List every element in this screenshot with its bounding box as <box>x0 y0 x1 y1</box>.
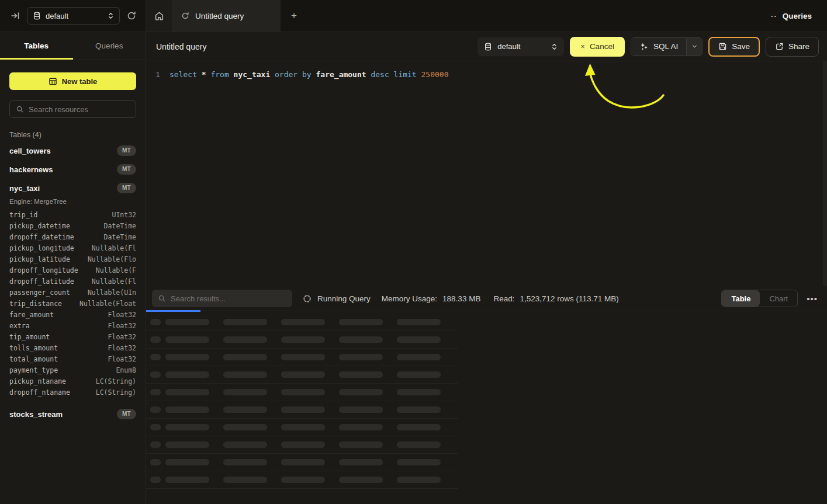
loading-cell <box>165 477 209 483</box>
query-progress-bar <box>146 310 200 312</box>
queries-shortcut[interactable]: ·· Queries <box>771 0 812 32</box>
column-type: Nullable(Fl <box>92 244 136 252</box>
loading-cell <box>397 336 441 343</box>
sql-token: order <box>275 70 297 79</box>
view-toggle-chart[interactable]: Chart <box>760 290 797 307</box>
refresh-icon[interactable] <box>127 11 136 20</box>
tables-section-label: Tables (4) <box>9 131 136 139</box>
view-toggle-table[interactable]: Table <box>722 290 760 307</box>
loading-row <box>146 454 458 471</box>
loading-cell <box>223 371 267 378</box>
sql-ai-label: SQL AI <box>653 42 678 51</box>
sql-token <box>417 70 421 79</box>
chevron-up-down-icon <box>551 43 558 51</box>
engine-label: Engine: MergeTree <box>0 197 146 209</box>
engine-badge: MT <box>117 409 136 419</box>
query-actions: default × Cancel SQL AI <box>477 37 819 57</box>
loading-cell <box>165 442 209 448</box>
loading-cell <box>150 477 161 483</box>
loading-row <box>146 349 458 366</box>
more-options-icon[interactable]: ••• <box>805 292 819 305</box>
loading-cell <box>281 459 325 465</box>
query-running-icon <box>181 12 189 20</box>
column-row: tolls_amountFloat32 <box>0 342 146 353</box>
spinner-icon <box>303 294 312 303</box>
search-resources-input[interactable] <box>29 105 130 114</box>
loading-cell <box>165 371 209 378</box>
collapse-sidebar-icon[interactable] <box>11 11 20 20</box>
new-tab-button[interactable]: + <box>281 0 307 32</box>
column-row: payment_typeEnum8 <box>0 364 146 376</box>
sidebar-tab-queries[interactable]: Queries <box>73 32 146 60</box>
loading-cell <box>281 336 325 343</box>
column-name: trip_distance <box>9 300 62 308</box>
share-button[interactable]: Share <box>766 37 819 57</box>
sql-token <box>229 70 234 79</box>
results-search[interactable] <box>152 290 292 307</box>
results-toolbar: Running Query Memory Usage: 188.33 MB Re… <box>146 286 827 311</box>
table-row-cell_towers[interactable]: cell_towersMT <box>0 141 146 160</box>
cancel-label: Cancel <box>590 42 614 51</box>
column-row: pickup_latitudeNullable(Flo <box>0 253 146 265</box>
table-name: nyc_taxi <box>9 184 40 193</box>
home-tab[interactable] <box>146 0 172 32</box>
cancel-button[interactable]: × Cancel <box>570 37 625 57</box>
loading-cell <box>281 389 325 395</box>
loading-cell <box>150 319 161 325</box>
new-table-button[interactable]: New table <box>9 72 136 90</box>
sql-ai-main[interactable]: SQL AI <box>631 38 686 55</box>
sidebar-tabs: Tables Queries <box>0 32 146 60</box>
sql-token <box>297 70 302 79</box>
sql-editor[interactable]: 1 select * from nyc_taxi order by fare_a… <box>146 61 827 286</box>
sidebar-search[interactable] <box>9 100 136 118</box>
query-database-selector[interactable]: default <box>477 37 564 56</box>
chevron-down-icon <box>691 43 698 50</box>
loading-cell <box>281 319 325 325</box>
column-type: Float32 <box>108 322 136 330</box>
sql-ai-dropdown[interactable] <box>686 38 702 55</box>
search-icon <box>158 294 166 303</box>
table-row-hackernews[interactable]: hackernewsMT <box>0 160 146 179</box>
column-row: extraFloat32 <box>0 320 146 331</box>
column-type: Float32 <box>108 311 136 319</box>
sql-ai-button[interactable]: SQL AI <box>631 37 703 56</box>
sql-code: select * from nyc_taxi order by fare_amo… <box>169 69 449 80</box>
loading-cell <box>281 371 325 378</box>
top-bar: default Untitled query <box>0 0 827 32</box>
column-row: dropoff_datetimeDateTime <box>0 231 146 242</box>
database-icon <box>33 12 41 20</box>
search-results-input[interactable] <box>171 294 286 303</box>
loading-cell <box>397 424 441 430</box>
column-row: total_amountFloat32 <box>0 353 146 364</box>
column-name: passenger_count <box>9 289 70 297</box>
home-icon <box>154 11 164 21</box>
column-row: dropoff_longitudeNullable(F <box>0 265 146 276</box>
loading-cell <box>397 406 441 413</box>
loading-cell <box>397 371 441 378</box>
loading-cell <box>165 424 209 430</box>
new-table-label: New table <box>62 77 98 86</box>
loading-cell <box>281 424 325 430</box>
editor-scrollbar[interactable] <box>823 61 827 286</box>
loading-cell <box>339 406 383 413</box>
close-icon: × <box>580 42 585 51</box>
tab-untitled-query[interactable]: Untitled query <box>172 0 281 32</box>
loading-cell <box>339 319 383 325</box>
save-icon <box>718 42 727 51</box>
table-row-nyc_taxi[interactable]: nyc_taxiMT <box>0 179 146 197</box>
column-type: Nullable(Flo <box>88 255 136 263</box>
line-number: 1 <box>146 69 169 80</box>
column-type: Nullable(UIn <box>88 289 136 297</box>
loading-row <box>146 314 458 331</box>
sidebar-tab-queries-label: Queries <box>95 41 123 50</box>
loading-cell <box>339 459 383 465</box>
table-row-stocks_stream[interactable]: stocks_streamMT <box>0 405 146 423</box>
column-type: Float32 <box>108 333 136 341</box>
topbar-database-selector[interactable]: default <box>27 7 120 25</box>
tab-bar: Untitled query + ·· Queries <box>146 0 827 32</box>
loading-cell <box>223 389 267 395</box>
loading-cell <box>339 442 383 448</box>
save-button[interactable]: Save <box>708 37 760 57</box>
sidebar-tab-tables[interactable]: Tables <box>0 32 73 60</box>
query-header: Untitled query default × Cancel <box>146 32 827 61</box>
